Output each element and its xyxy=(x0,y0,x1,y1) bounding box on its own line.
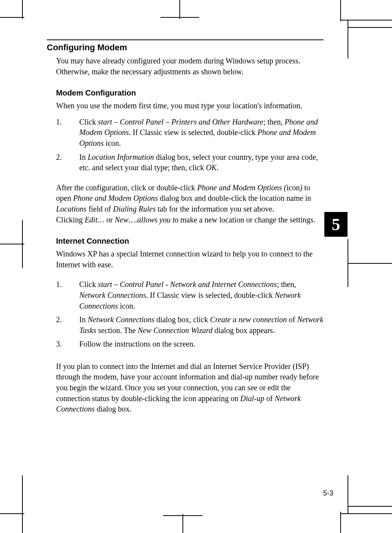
heading-modem-configuration: Modem Configuration xyxy=(56,89,324,97)
step-number: 3. xyxy=(56,339,79,350)
step-text: Follow the instructions on the screen. xyxy=(79,339,324,350)
step-text: Click start – Control Panel – Printers a… xyxy=(79,117,324,149)
crop-mark xyxy=(348,239,348,287)
step-number: 2. xyxy=(56,314,79,336)
crop-mark xyxy=(22,512,23,533)
crop-mark xyxy=(0,513,24,514)
crop-mark xyxy=(179,0,180,19)
crop-mark xyxy=(348,506,392,507)
heading-configuring-modem: Configuring Modem xyxy=(47,43,324,53)
crop-mark xyxy=(340,512,341,533)
crop-mark xyxy=(22,475,23,514)
crop-mark xyxy=(340,0,341,21)
internet-lead: Windows XP has a special Internet connec… xyxy=(56,249,324,270)
step-text: In Location Information dialog box, sele… xyxy=(79,152,324,173)
page-content: Configuring Modem You may have already c… xyxy=(47,39,324,420)
chapter-tab: 5 xyxy=(324,212,348,237)
list-item: 3. Follow the instructions on the screen… xyxy=(56,339,324,350)
intro-paragraph: You may have already configured your mod… xyxy=(56,56,324,77)
step-text: In Network Connections dialog box, click… xyxy=(79,314,324,336)
internet-after: If you plan to connect into the Internet… xyxy=(56,361,324,415)
step-number: 1. xyxy=(56,279,79,311)
crop-mark xyxy=(0,244,24,244)
list-item: 1. Click start – Control Panel - Network… xyxy=(56,279,324,311)
list-item: 2. In Network Connections dialog box, cl… xyxy=(56,314,324,336)
crop-mark xyxy=(160,17,199,18)
step-number: 2. xyxy=(56,152,79,173)
section-rule xyxy=(47,39,324,40)
internet-steps: 1. Click start – Control Panel - Network… xyxy=(56,279,324,350)
crop-mark xyxy=(348,475,348,514)
modem-steps: 1. Click start – Control Panel – Printer… xyxy=(56,117,324,173)
crop-mark xyxy=(182,514,183,533)
list-item: 1. Click start – Control Panel – Printer… xyxy=(56,117,324,149)
crop-mark xyxy=(22,0,23,19)
page-number: 5-3 xyxy=(323,489,333,497)
heading-internet-connection: Internet Connection xyxy=(56,237,324,246)
crop-mark xyxy=(348,263,392,264)
modem-after: After the configuration, click or double… xyxy=(56,183,324,225)
crop-mark xyxy=(22,220,23,268)
list-item: 2. In Location Information dialog box, s… xyxy=(56,152,324,173)
modem-lead: When you use the modem first time, you m… xyxy=(56,101,324,111)
crop-mark xyxy=(0,17,24,18)
crop-mark xyxy=(348,27,392,28)
step-number: 1. xyxy=(56,117,79,149)
crop-mark xyxy=(163,515,203,516)
crop-mark xyxy=(348,20,348,58)
step-text: Click start – Control Panel - Network an… xyxy=(79,279,324,311)
